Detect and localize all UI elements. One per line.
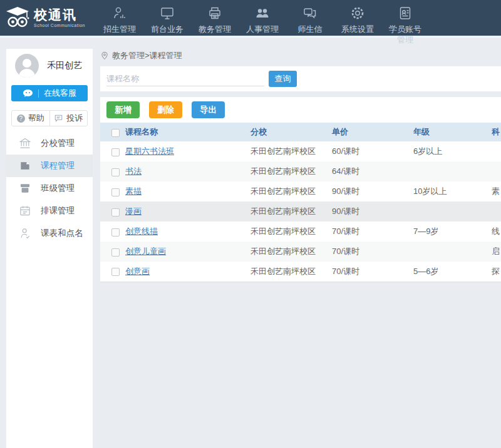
wechat-icon [23,89,33,98]
course-link[interactable]: 创意画 [125,267,150,276]
cell-price: 60/课时 [332,141,413,161]
cell-subject [492,161,501,181]
nav-label: 师生信 [298,24,323,34]
cell-price: 70/课时 [332,221,413,242]
delete-button[interactable]: 删除 [149,101,182,118]
row-checkbox[interactable] [111,188,120,196]
action-bar: 新增 删除 导出 [100,101,501,118]
course-link[interactable]: 创意线描 [125,227,158,236]
cell-subject [492,201,501,221]
sidebar-item-label: 课表和点名 [41,228,83,239]
course-link[interactable]: 素描 [125,186,142,196]
breadcrumb: 教务管理>课程管理 [100,49,501,63]
cell-branch: 禾田创艺南坪校区 [250,242,332,262]
nav-label: 人事管理 [246,24,279,34]
header-subject: 科 [492,123,501,141]
course-table: 课程名称 分校 单价 年级 科 星期六书法班 禾田创艺南坪校区 60/课时 6岁… [100,123,501,282]
export-button[interactable]: 导出 [192,101,225,118]
sidebar-item-timetable-rollcall[interactable]: 课表和点名 [6,222,93,245]
breadcrumb-text: 教务管理>课程管理 [112,50,182,61]
table-row: 创意线描 禾田创艺南坪校区 70/课时 7—9岁 线 [100,221,501,242]
row-checkbox[interactable] [111,208,120,216]
chat-bubbles-icon [291,6,329,22]
complaint-label: 投诉 [66,113,83,124]
nav-item-settings[interactable]: 系统设置 [338,6,377,45]
divider [38,89,39,98]
top-navigation: 招生管理 前台业务 教务管理 人事管理 师生信 [100,0,433,45]
cell-price: 70/课时 [332,242,413,262]
course-link[interactable]: 书法 [125,166,142,176]
sidebar-item-label: 课程管理 [41,160,75,171]
id-card-icon [386,6,425,22]
table-row: 星期六书法班 禾田创艺南坪校区 60/课时 6岁以上 [100,141,501,161]
nav-item-enrollment[interactable]: 招生管理 [100,6,139,45]
table-row: 素描 禾田创艺南坪校区 90/课时 10岁以上 素 [100,181,501,201]
search-panel: 查询 [100,66,501,91]
sidebar-item-label: 分校管理 [41,138,75,149]
table-row: 书法 禾田创艺南坪校区 64/课时 [100,161,501,181]
user-profile: 禾田创艺 [6,49,93,78]
nav-label: 前台业务 [151,24,183,34]
nav-item-student-accounts[interactable]: 学员账号管理 [386,6,425,45]
sidebar-menu: 分校管理 课程管理 班级管理 排课管理 课表和点名 [6,132,93,245]
row-checkbox[interactable] [111,228,120,237]
row-checkbox[interactable] [111,268,120,276]
table-panel: 新增 删除 导出 课程名称 分校 单价 年级 科 [100,97,501,282]
course-link[interactable]: 漫画 [125,206,142,216]
header-branch: 分校 [250,123,332,141]
help-button[interactable]: ? 帮助 [12,111,50,126]
owl-graduation-logo-icon [4,5,31,31]
row-checkbox[interactable] [111,148,120,156]
sidebar-item-schedule-management[interactable]: 排课管理 [6,200,93,222]
cell-price: 70/课时 [332,262,413,282]
gear-icon [338,6,377,22]
sidebar-item-course-management[interactable]: 课程管理 [6,155,93,177]
cell-grade: 6岁以上 [413,141,492,161]
nav-item-messages[interactable]: 师生信 [291,6,329,45]
course-link[interactable]: 创意儿童画 [125,247,166,256]
nav-item-academic[interactable]: 教务管理 [195,6,234,45]
row-checkbox[interactable] [111,248,120,257]
calendar-icon [19,205,31,217]
sidebar-item-label: 排课管理 [41,205,75,216]
complaint-button[interactable]: 投诉 [50,111,88,126]
cell-subject [492,141,501,161]
location-pin-icon [100,51,109,60]
bank-icon [19,137,31,150]
nav-item-frontdesk[interactable]: 前台业务 [148,6,187,45]
nav-item-hr[interactable]: 人事管理 [243,6,282,45]
archive-icon [19,182,31,195]
table-header-row: 课程名称 分校 单价 年级 科 [100,123,501,141]
table-row: 漫画 禾田创艺南坪校区 90/课时 [100,201,501,221]
table-row: 创意儿童画 禾田创艺南坪校区 70/课时 启 [100,242,501,262]
printer-icon [195,6,234,22]
cell-subject: 启 [492,242,501,262]
nav-label: 招生管理 [103,24,136,34]
header-price: 单价 [332,123,413,141]
sidebar-item-class-management[interactable]: 班级管理 [6,177,93,200]
cell-grade [413,242,492,262]
cell-grade: 7—9岁 [413,221,492,242]
cell-grade: 5—6岁 [413,262,492,282]
sidebar-item-label: 班级管理 [41,183,75,194]
people-icon [243,6,282,22]
cell-branch: 禾田创艺南坪校区 [250,161,332,181]
sidebar-item-branch-management[interactable]: 分校管理 [6,132,93,155]
course-name-input[interactable] [106,71,264,86]
cell-subject: 线 [492,221,501,242]
add-button[interactable]: 新增 [106,101,140,118]
cell-grade [413,161,492,181]
row-checkbox[interactable] [111,168,120,176]
header-grade: 年级 [413,123,492,141]
app-subtitle: School Communication [34,23,85,28]
select-all-checkbox[interactable] [111,129,120,137]
cell-price: 90/课时 [332,201,413,221]
notebook-icon [19,160,31,172]
cell-subject: 素 [492,181,501,201]
table-row: 创意画 禾田创艺南坪校区 70/课时 5—6岁 探 [100,262,501,282]
course-link[interactable]: 星期六书法班 [125,146,174,156]
help-label: 帮助 [28,113,44,124]
query-button[interactable]: 查询 [269,71,297,87]
online-service-button[interactable]: 在线客服 [11,85,88,101]
header-course-name: 课程名称 [125,123,250,141]
